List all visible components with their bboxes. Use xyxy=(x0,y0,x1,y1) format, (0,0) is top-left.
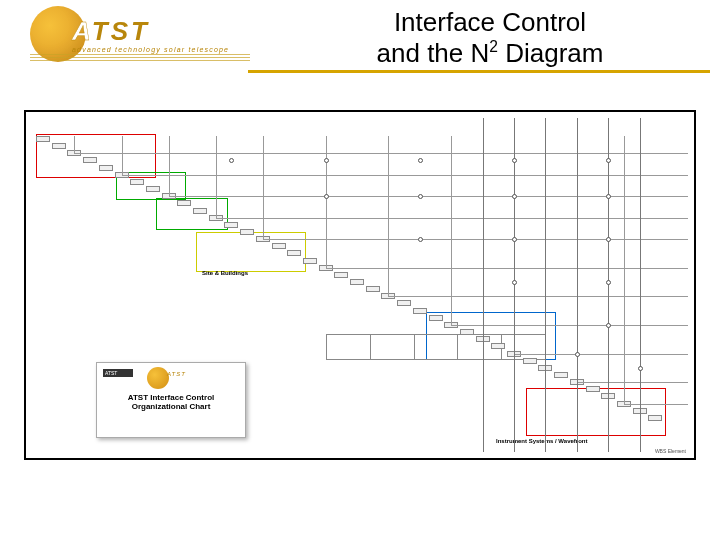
v-connector-tall xyxy=(608,118,609,452)
header: ATST advanced technology solar telescope… xyxy=(0,0,720,80)
logo-subtext: advanced technology solar telescope xyxy=(72,46,229,53)
wbs-cell xyxy=(193,208,207,214)
wbs-cell xyxy=(397,300,411,306)
wbs-cell xyxy=(491,343,505,349)
logo-rules xyxy=(30,54,250,63)
v-connector xyxy=(216,136,217,218)
interface-mark xyxy=(606,158,611,163)
interface-mark xyxy=(418,194,423,199)
interface-mark xyxy=(324,158,329,163)
inset-bar: ATST xyxy=(103,369,133,377)
wbs-cell xyxy=(146,186,160,192)
interface-mark xyxy=(606,237,611,242)
interface-mark xyxy=(512,158,517,163)
v-connector xyxy=(263,136,264,239)
n2-diagram-frame: Site & Buildings Instrument Systems / Wa… xyxy=(24,110,696,460)
interface-mark xyxy=(575,352,580,357)
v-connector-tall xyxy=(545,118,546,452)
label-site-buildings: Site & Buildings xyxy=(202,270,248,276)
wbs-cell xyxy=(130,179,144,185)
v-connector-tall xyxy=(514,118,515,452)
wbs-cell xyxy=(429,315,443,321)
wbs-cell xyxy=(83,157,97,163)
interface-mark xyxy=(324,194,329,199)
wbs-cell xyxy=(303,258,317,264)
h-connector xyxy=(74,153,688,154)
wbs-cell xyxy=(177,200,191,206)
slide: ATST advanced technology solar telescope… xyxy=(0,0,720,540)
interface-mark xyxy=(229,158,234,163)
interface-mark xyxy=(638,366,643,371)
h-connector xyxy=(577,382,688,383)
v-connector-tall xyxy=(577,118,578,452)
v-connector xyxy=(122,136,123,175)
inset-sun-icon xyxy=(147,367,169,389)
label-lower-right: Instrument Systems / Wavefront xyxy=(496,438,587,444)
v-connector xyxy=(451,136,452,325)
h-connector xyxy=(326,268,688,269)
inset-title: ATST Interface Control Organizational Ch… xyxy=(97,393,245,411)
v-connector-tall xyxy=(640,118,641,452)
n2-diagram: Site & Buildings Instrument Systems / Wa… xyxy=(26,112,694,458)
v-connector xyxy=(388,136,389,296)
h-connector xyxy=(624,404,688,405)
interface-mark xyxy=(606,323,611,328)
wbs-cell xyxy=(554,372,568,378)
logo: ATST advanced technology solar telescope xyxy=(30,6,240,68)
wbs-cell xyxy=(240,229,254,235)
v-connector xyxy=(74,136,75,153)
wbs-cell xyxy=(366,286,380,292)
wbs-cell xyxy=(350,279,364,285)
v-connector xyxy=(624,136,625,404)
v-connector xyxy=(326,136,327,268)
legend-tiny: WBS Element xyxy=(655,448,686,454)
h-connector xyxy=(122,175,689,176)
inset-org-chart: ATST ATST ATST Interface Control Organiz… xyxy=(96,362,246,438)
interface-mark xyxy=(512,280,517,285)
wbs-cell xyxy=(648,415,662,421)
interface-mark xyxy=(418,237,423,242)
wbs-cell xyxy=(523,358,537,364)
wbs-cell xyxy=(413,308,427,314)
wbs-cell xyxy=(287,250,301,256)
h-connector xyxy=(451,325,688,326)
wbs-cell xyxy=(99,165,113,171)
mini-col xyxy=(371,335,415,359)
logo-text: ATST xyxy=(72,16,150,47)
interface-mark xyxy=(512,237,517,242)
title-sup: 2 xyxy=(489,38,498,55)
inset-brand: ATST xyxy=(167,371,186,377)
h-connector xyxy=(388,296,688,297)
slide-title: Interface Control and the N2 Diagram xyxy=(280,8,700,68)
wbs-cell xyxy=(272,243,286,249)
v-connector-tall xyxy=(483,118,484,452)
wbs-cell xyxy=(36,136,50,142)
logo-letter-a: A xyxy=(72,16,92,46)
interface-mark xyxy=(606,280,611,285)
interface-mark xyxy=(512,194,517,199)
mini-col xyxy=(415,335,459,359)
title-line1: Interface Control xyxy=(394,7,586,37)
logo-letters-rest: TST xyxy=(92,16,150,46)
wbs-cell xyxy=(52,143,66,149)
interface-mark xyxy=(418,158,423,163)
wbs-cell xyxy=(334,272,348,278)
wbs-cell xyxy=(224,222,238,228)
gold-rule xyxy=(248,70,710,73)
inset-title-2: Organizational Chart xyxy=(132,402,211,411)
inset-title-1: ATST Interface Control xyxy=(128,393,215,402)
title-line2-pre: and the N xyxy=(377,38,490,68)
wbs-cell xyxy=(460,329,474,335)
v-connector xyxy=(169,136,170,196)
mini-col xyxy=(327,335,371,359)
wbs-cell xyxy=(586,386,600,392)
title-line2-post: Diagram xyxy=(498,38,603,68)
h-connector xyxy=(514,354,688,355)
interface-mark xyxy=(606,194,611,199)
